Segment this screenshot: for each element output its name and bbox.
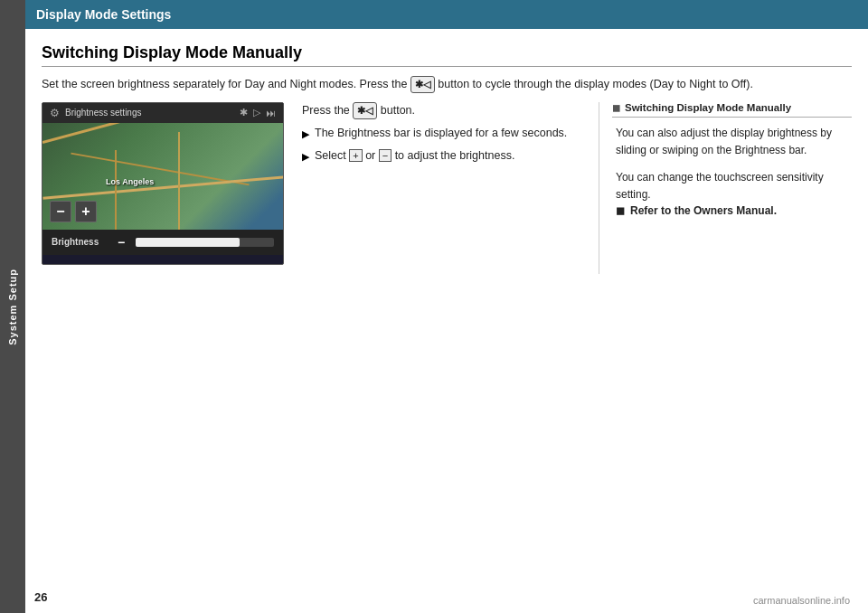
gear-icon: ⚙ <box>50 107 60 119</box>
city-label: Los Angeles <box>106 177 154 186</box>
page-number: 26 <box>34 590 47 604</box>
header-title: Display Mode Settings <box>36 7 171 22</box>
refer-icon: ◼ <box>616 203 625 220</box>
screen-star-icon: ✱ <box>240 107 248 118</box>
brightness-fill <box>136 238 240 247</box>
right-note-text-2: You can change the touchscreen sensitivi… <box>612 169 852 220</box>
note-arrow-icon: ◼ <box>612 102 620 114</box>
step-text-2: Select + or − to adjust the brightness. <box>315 147 514 165</box>
refer-text: ◼ Refer to the Owners Manual. <box>616 203 852 220</box>
step-arrow-2: ▶ <box>302 149 309 165</box>
screen-top-bar-label: Brightness settings <box>65 108 234 118</box>
left-column: ⚙ Brightness settings ✱ ▷ ⏭ Los Angeles <box>42 102 284 274</box>
steps-column: Press the ✱◁ button. ▶ The Brightness ba… <box>302 102 580 274</box>
sidebar-label: System Setup <box>7 269 18 345</box>
road-1 <box>42 123 277 144</box>
sidebar: System Setup <box>0 0 25 613</box>
refer-bold: Refer to the Owners Manual. <box>630 203 777 220</box>
road-v1 <box>115 150 117 230</box>
step-arrow-1: ▶ <box>302 127 309 142</box>
right-note-text-1: You can also adjust the display brightne… <box>612 125 852 158</box>
road-v2 <box>178 132 180 230</box>
brightness-label: Brightness <box>52 237 110 247</box>
step-item-1: ▶ The Brightness bar is displayed for a … <box>302 125 580 142</box>
map-area: Los Angeles − + <box>42 123 283 230</box>
screen-arrow-icon: ▷ <box>253 107 260 118</box>
note-title-text: Switching Display Mode Manually <box>625 102 791 113</box>
step-button-icon: ✱◁ <box>353 102 377 119</box>
zoom-out-button[interactable]: − <box>50 201 71 222</box>
step-intro-end: button. <box>381 104 415 117</box>
step-intro-text: Press the <box>302 104 350 117</box>
section-title: Switching Display Mode Manually <box>42 43 852 67</box>
brightness-minus-icon[interactable]: − <box>118 235 125 250</box>
intro-part1: Set the screen brightness separately for… <box>42 78 407 90</box>
right-note-title: ◼ Switching Display Mode Manually <box>612 102 852 118</box>
screen-skip-icon: ⏭ <box>266 108 276 118</box>
screen-top-bar: ⚙ Brightness settings ✱ ▷ ⏭ <box>42 103 283 123</box>
screen-bottom-bar: Brightness − <box>42 230 283 255</box>
header-bar: Display Mode Settings <box>25 0 868 29</box>
watermark: carmanualsonline.info <box>753 595 850 606</box>
main-content: Switching Display Mode Manually Set the … <box>25 29 868 613</box>
screen-image: ⚙ Brightness settings ✱ ▷ ⏭ Los Angeles <box>42 102 284 265</box>
step-text-1: The Brightness bar is displayed for a fe… <box>315 125 567 142</box>
right-column: ◼ Switching Display Mode Manually You ca… <box>599 102 852 274</box>
intro-text: Set the screen brightness separately for… <box>42 76 852 93</box>
brightness-track[interactable] <box>136 238 274 247</box>
map-controls: − + <box>50 201 97 222</box>
step-intro: Press the ✱◁ button. <box>302 102 580 119</box>
zoom-in-button[interactable]: + <box>75 201 97 222</box>
brightness-button-icon: ✱◁ <box>410 76 435 93</box>
road-3 <box>42 175 283 199</box>
intro-part2: button to cycle through the display mode… <box>438 78 753 90</box>
content-columns: ⚙ Brightness settings ✱ ▷ ⏭ Los Angeles <box>42 102 852 274</box>
step-item-2: ▶ Select + or − to adjust the brightness… <box>302 147 580 165</box>
